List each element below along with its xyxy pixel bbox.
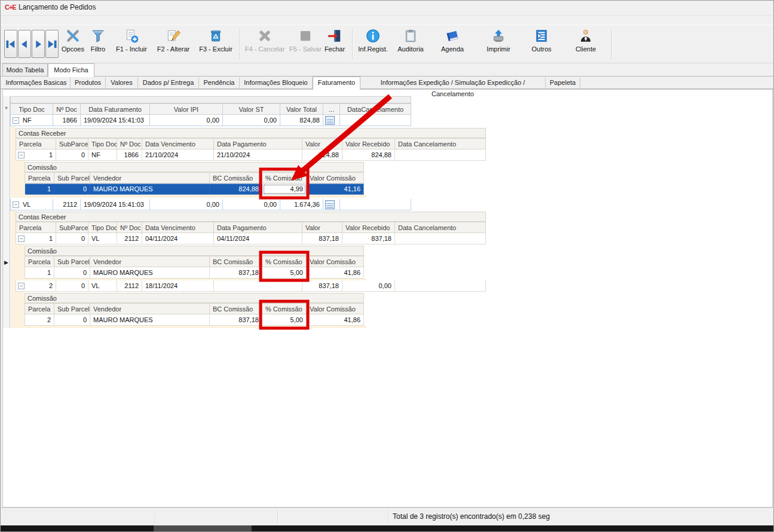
cr-header-ndoc[interactable]: Nº Doc [117,138,142,149]
cr-vl2-sub[interactable]: 0 [56,280,88,292]
tab-informacoes-bloqueio[interactable]: Informações Bloqueio [240,77,313,89]
inf-regist-button[interactable]: Inf.Regist. [354,28,391,62]
com-row3-pct[interactable]: 5,00 [262,314,307,326]
collapse-icon[interactable]: − [18,152,25,158]
com-header-valor[interactable]: Valor Comissão [307,172,364,184]
tab-modo-tabela[interactable]: Modo Tabela [2,63,48,77]
cr-vl2-recebido[interactable]: 0,00 [342,280,395,292]
com-header-parcela[interactable]: Parcela [25,303,54,314]
cr-vl1-sub[interactable]: 0 [56,233,88,244]
nav-next-button[interactable] [32,30,45,58]
auditoria-button[interactable]: Auditoria [393,28,429,62]
tab-faturamento[interactable]: Faturamento [313,77,360,90]
tab-informacoes-expedicao[interactable]: Informações Expedição / Simulação Expedi… [360,77,546,89]
tab-dados-entrega[interactable]: Dados p/ Entrega [138,77,199,89]
detail-form-icon[interactable] [325,200,335,209]
cr-nf-cancelamento[interactable] [395,149,486,161]
cr-nf-tipo[interactable]: NF [88,149,117,161]
com-row1-vendedor[interactable]: MAURO MARQUES [90,184,210,195]
cr-nf-recebido[interactable]: 824,88 [342,149,395,161]
cell-vl-cancelamento[interactable] [340,199,411,210]
com-header-bc[interactable]: BC Comissão [210,256,262,267]
cr-vl1-recebido[interactable]: 837,18 [342,233,395,244]
cr-header-valor-recebido[interactable]: Valor Recebido [342,222,395,233]
cr-nf-ndoc[interactable]: 1866 [117,149,142,161]
col-header-tipo-doc[interactable]: Tipo Doc [10,103,53,115]
cell-nf-ipi[interactable]: 0,00 [150,115,223,126]
collapse-icon[interactable]: − [13,201,19,208]
cell-vl-st[interactable]: 0,00 [223,199,280,210]
tab-informacoes-basicas[interactable]: Informações Basicas [2,77,71,89]
com-row1-valor[interactable]: 41,16 [307,184,364,195]
cr-vl2-pagamento[interactable] [214,280,302,292]
f3-excluir-button[interactable]: F3 - Excluir [194,28,238,62]
cr-vl1-pagamento[interactable]: 04/11/2024 [214,233,302,244]
cell-vl-ipi[interactable]: 0,00 [150,199,223,210]
com-header-pct[interactable]: % Comissão [262,172,307,184]
com-row2-pct[interactable]: 5,00 [262,267,307,279]
com-row3-vendedor[interactable]: MAURO MARQUES [90,314,210,326]
cell-nf-st[interactable]: 0,00 [223,115,280,126]
com-row3-parcela[interactable]: 2 [25,314,54,326]
com-row2-sub[interactable]: 0 [54,267,90,279]
tab-produtos[interactable]: Produtos [71,77,106,89]
collapse-icon[interactable]: − [13,117,19,124]
com-row1-bc[interactable]: 824,88 [210,184,262,195]
cr-vl2-cancelamento[interactable] [395,280,486,292]
cr-header-valor[interactable]: Valor [302,222,342,233]
cr-header-data-vencimento[interactable]: Data Vencimento [142,138,214,149]
com-header-subparcela[interactable]: Sub Parcela [54,256,90,267]
com-row1-pct-editor[interactable]: 4,99 [262,184,307,195]
cell-vl-data[interactable]: 19/09/2024 15:41:03 [81,199,150,210]
cr-vl2-valor[interactable]: 837,18 [302,280,342,292]
com-header-vendedor[interactable]: Vendedor [90,256,210,267]
collapse-icon[interactable]: − [18,283,25,289]
cr-vl1-ndoc[interactable]: 2112 [117,233,142,244]
com-header-pct[interactable]: % Comissão [262,256,307,267]
cell-nf-cancelamento[interactable] [340,115,411,126]
col-header-ellipsis[interactable]: ... [323,103,340,115]
cr-header-data-pagamento[interactable]: Data Pagamento [214,222,302,233]
cr-header-tipo-doc[interactable]: Tipo Doc [88,222,117,233]
com-header-parcela[interactable]: Parcela [25,172,54,184]
com-header-parcela[interactable]: Parcela [25,256,54,267]
cell-nf-total[interactable]: 824,88 [280,115,323,126]
col-header-valor-ipi[interactable]: Valor IPI [150,103,223,115]
cr-header-ndoc[interactable]: Nº Doc [117,222,142,233]
cr-vl1-valor[interactable]: 837,18 [302,233,342,244]
cr-header-valor-recebido[interactable]: Valor Recebido [342,138,395,149]
com-row2-parcela[interactable]: 1 [25,267,54,279]
cr-vl1-tipo[interactable]: VL [88,233,117,244]
collapse-icon[interactable]: − [18,236,25,242]
com-header-valor[interactable]: Valor Comissão [307,303,364,314]
outros-button[interactable]: Outros [527,28,556,62]
com-header-pct[interactable]: % Comissão [262,303,307,314]
cr-nf-pagamento[interactable]: 21/10/2024 [214,149,302,161]
cr-header-parcela[interactable]: Parcela [16,138,56,149]
cr-nf-sub[interactable]: 0 [56,149,88,161]
col-header-valor-total[interactable]: Valor Total [280,103,323,115]
nav-prev-button[interactable] [18,30,31,58]
cr-header-data-cancelamento[interactable]: Data Cancelamento [395,138,486,149]
cr-header-subparcela[interactable]: SubParcela [56,138,88,149]
cr-vl1-cancelamento[interactable] [395,233,486,244]
com-header-vendedor[interactable]: Vendedor [90,303,210,314]
cr-nf-vencimento[interactable]: 21/10/2024 [142,149,214,161]
cr-header-tipo-doc[interactable]: Tipo Doc [88,138,117,149]
com-row2-vendedor[interactable]: MAURO MARQUES [90,267,210,279]
f1-incluir-button[interactable]: F1 - Incluir [111,28,152,62]
com-header-vendedor[interactable]: Vendedor [90,172,210,184]
detail-form-icon[interactable] [325,116,335,125]
cell-nf-data[interactable]: 19/09/2024 15:41:03 [81,115,150,126]
cr-vl2-ndoc[interactable]: 2112 [117,280,142,292]
col-header-data-faturamento[interactable]: Data Faturamento [81,103,150,115]
nav-first-button[interactable] [4,30,17,58]
tab-valores[interactable]: Valores [106,77,138,89]
cr-header-data-pagamento[interactable]: Data Pagamento [214,138,302,149]
com-row3-sub[interactable]: 0 [54,314,90,326]
com-row1-parcela[interactable]: 1 [25,184,54,195]
cr-header-data-vencimento[interactable]: Data Vencimento [142,222,214,233]
tab-pendencia[interactable]: Pendência [199,77,240,89]
cliente-button[interactable]: Cliente [570,28,601,62]
com-header-bc[interactable]: BC Comissão [210,303,262,314]
